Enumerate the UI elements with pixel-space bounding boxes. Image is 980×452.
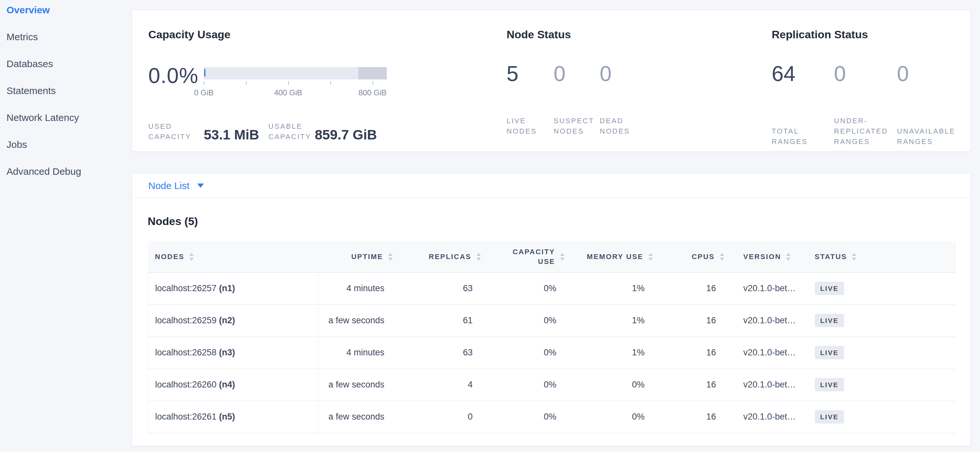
nodes-card: Node List Nodes (5) NODESUPTIMEREPLICASC… bbox=[132, 173, 971, 446]
node-row: localhost:26258 (n3)4 minutes630%1%16v20… bbox=[148, 336, 956, 369]
node-address[interactable]: localhost:26257 bbox=[155, 283, 219, 293]
node-status-cell: LIVE bbox=[805, 401, 956, 433]
sort-icon bbox=[476, 252, 482, 261]
node-address[interactable]: localhost:26261 bbox=[155, 412, 219, 422]
node-list-dropdown-label: Node List bbox=[148, 180, 189, 191]
sidebar-item-metrics[interactable]: Metrics bbox=[6, 32, 125, 42]
sidebar-item-overview[interactable]: Overview bbox=[6, 5, 125, 15]
replication-status-values: 6400 bbox=[772, 61, 959, 86]
status-badge: LIVE bbox=[815, 346, 844, 359]
nodes-table-header-row: NODESUPTIMEREPLICASCAPACITY USEMEMORY US… bbox=[148, 241, 956, 272]
replication-stat-value: 64 bbox=[772, 61, 834, 86]
axis-tick-label: 400 GiB bbox=[274, 88, 302, 97]
column-header-label: NODES bbox=[155, 252, 185, 262]
column-header-version[interactable]: VERSION bbox=[728, 241, 805, 272]
replication-status-title: Replication Status bbox=[772, 28, 868, 41]
column-header-cpus[interactable]: CPUS bbox=[657, 241, 728, 272]
sort-icon bbox=[785, 252, 791, 261]
node-row: localhost:26257 (n1)4 minutes630%1%16v20… bbox=[148, 272, 956, 305]
axis-tick-label: 800 GiB bbox=[359, 88, 387, 97]
sidebar-item-databases[interactable]: Databases bbox=[6, 59, 125, 69]
node-status-cell: LIVE bbox=[805, 305, 956, 336]
replication-stat-value: 0 bbox=[834, 61, 897, 86]
capacity-gauge-other-segment bbox=[358, 67, 387, 79]
node-cpus-cell: 16 bbox=[657, 369, 728, 401]
replication-stat-label: UNAVAILABLE RANGES bbox=[897, 126, 959, 147]
column-header-label: UPTIME bbox=[351, 252, 383, 262]
column-header-status[interactable]: STATUS bbox=[805, 241, 956, 272]
sidebar-item-advanced-debug[interactable]: Advanced Debug bbox=[6, 167, 125, 177]
node-status-stat-label: SUSPECT NODES bbox=[554, 116, 600, 136]
node-capacity_use-cell: 0% bbox=[484, 369, 568, 401]
node-version-cell: v20.1.0-bet… bbox=[728, 369, 805, 401]
node-address[interactable]: localhost:26260 bbox=[155, 380, 219, 389]
sort-icon bbox=[188, 252, 195, 261]
node-address-cell: localhost:26258 (n3) bbox=[148, 336, 318, 369]
column-header-memory_use[interactable]: MEMORY USE bbox=[568, 241, 657, 272]
node-uptime-cell: 4 minutes bbox=[318, 336, 396, 369]
node-replicas-cell: 0 bbox=[396, 401, 484, 433]
column-header-label: REPLICAS bbox=[429, 252, 471, 262]
node-address[interactable]: localhost:26258 bbox=[155, 347, 219, 357]
node-memory_use-cell: 1% bbox=[568, 336, 657, 369]
node-list-dropdown[interactable]: Node List bbox=[148, 180, 204, 191]
axis-tick-mark bbox=[288, 81, 289, 85]
sidebar-item-jobs[interactable]: Jobs bbox=[6, 140, 125, 150]
replication-status-labels: TOTAL RANGESUNDER-REPLICATED RANGESUNAVA… bbox=[772, 116, 959, 147]
node-status-stat-value: 0 bbox=[554, 61, 600, 86]
used-capacity-label: USED CAPACITY bbox=[148, 121, 204, 142]
node-status-section: Node Status 500 LIVE NODESSUSPECT NODESD… bbox=[507, 10, 766, 151]
node-memory_use-cell: 1% bbox=[568, 305, 657, 336]
column-header-uptime[interactable]: UPTIME bbox=[318, 241, 396, 272]
node-status-cell: LIVE bbox=[805, 369, 956, 401]
column-header-label: CAPACITY USE bbox=[510, 247, 555, 266]
sort-icon bbox=[851, 252, 858, 261]
node-cpus-cell: 16 bbox=[657, 401, 728, 433]
node-replicas-cell: 63 bbox=[396, 272, 484, 305]
sort-icon bbox=[387, 252, 394, 261]
capacity-gauge-used-segment bbox=[204, 69, 205, 76]
sidebar-item-statements[interactable]: Statements bbox=[6, 86, 125, 96]
node-memory_use-cell: 1% bbox=[568, 272, 657, 305]
axis-tick-mark bbox=[246, 81, 247, 85]
node-status-title: Node Status bbox=[507, 28, 571, 41]
column-header-label: VERSION bbox=[743, 252, 781, 262]
node-uptime-cell: 4 minutes bbox=[318, 272, 396, 305]
node-row: localhost:26261 (n5)a few seconds00%0%16… bbox=[148, 401, 956, 433]
node-replicas-cell: 4 bbox=[396, 369, 484, 401]
sidebar-item-network-latency[interactable]: Network Latency bbox=[6, 113, 125, 123]
node-status-cell: LIVE bbox=[805, 336, 956, 369]
node-address-cell: localhost:26261 (n5) bbox=[148, 401, 318, 433]
nodes-table: NODESUPTIMEREPLICASCAPACITY USEMEMORY US… bbox=[148, 241, 956, 433]
sort-icon bbox=[559, 252, 566, 261]
axis-tick-label: 0 GiB bbox=[194, 88, 213, 97]
node-id: (n2) bbox=[219, 316, 235, 325]
replication-status-section: Replication Status 6400 TOTAL RANGESUNDE… bbox=[772, 10, 966, 151]
node-address[interactable]: localhost:26259 bbox=[155, 316, 219, 325]
column-header-node[interactable]: NODES bbox=[148, 241, 318, 272]
sort-icon bbox=[648, 252, 654, 261]
node-capacity_use-cell: 0% bbox=[484, 336, 568, 369]
status-badge: LIVE bbox=[815, 314, 844, 327]
column-header-label: MEMORY USE bbox=[587, 252, 643, 262]
capacity-stats: USED CAPACITY 53.1 MiB USABLE CAPACITY 8… bbox=[148, 121, 377, 142]
node-row: localhost:26260 (n4)a few seconds40%0%16… bbox=[148, 369, 956, 401]
axis-tick-mark bbox=[204, 81, 204, 85]
sort-icon bbox=[719, 252, 725, 261]
node-id: (n1) bbox=[219, 283, 235, 293]
axis-tick-mark bbox=[372, 81, 373, 85]
capacity-gauge-axis-labels: 0 GiB400 GiB800 GiB bbox=[204, 88, 387, 98]
column-header-label: CPUS bbox=[692, 252, 714, 262]
usable-capacity-value: 859.7 GiB bbox=[315, 128, 377, 142]
replication-stat-label: TOTAL RANGES bbox=[772, 126, 834, 147]
capacity-used-percent: 0.0% bbox=[148, 63, 198, 88]
node-cpus-cell: 16 bbox=[657, 336, 728, 369]
node-version-cell: v20.1.0-bet… bbox=[728, 336, 805, 369]
node-id: (n4) bbox=[219, 380, 235, 389]
node-uptime-cell: a few seconds bbox=[318, 305, 396, 336]
node-memory_use-cell: 0% bbox=[568, 369, 657, 401]
node-row: localhost:26259 (n2)a few seconds610%1%1… bbox=[148, 305, 956, 336]
node-status-stat-value: 5 bbox=[507, 61, 554, 86]
column-header-capacity_use[interactable]: CAPACITY USE bbox=[484, 241, 568, 272]
column-header-replicas[interactable]: REPLICAS bbox=[396, 241, 484, 272]
